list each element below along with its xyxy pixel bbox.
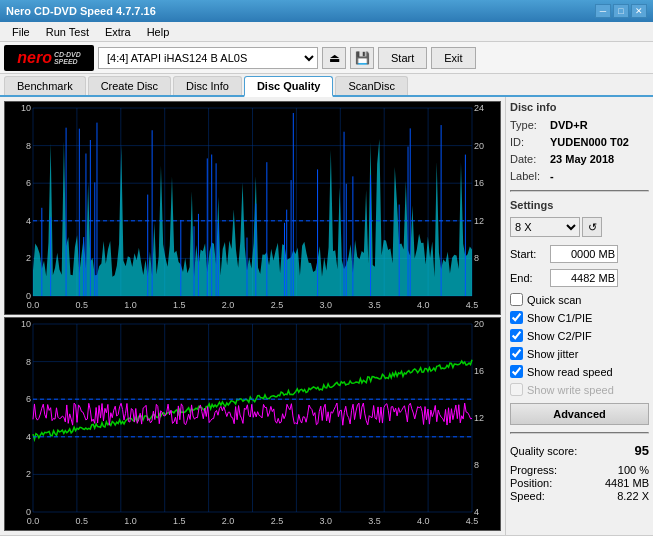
main-content: Disc info Type: DVD+R ID: YUDEN000 T02 D… <box>0 97 653 535</box>
disc-type-key: Type: <box>510 119 548 131</box>
pi-errors-chart <box>5 102 500 314</box>
show-c2pif-checkbox[interactable] <box>510 329 523 342</box>
show-jitter-label: Show jitter <box>527 348 578 360</box>
menu-extra[interactable]: Extra <box>97 24 139 40</box>
chart-bottom <box>4 317 501 531</box>
disc-id-key: ID: <box>510 136 548 148</box>
tab-benchmark[interactable]: Benchmark <box>4 76 86 95</box>
disc-date-value: 23 May 2018 <box>550 153 614 165</box>
tab-scan-disc[interactable]: ScanDisc <box>335 76 407 95</box>
show-jitter-row: Show jitter <box>510 347 649 360</box>
quick-scan-checkbox[interactable] <box>510 293 523 306</box>
quality-score-label: Quality score: <box>510 445 577 457</box>
start-button[interactable]: Start <box>378 47 427 69</box>
disc-type-row: Type: DVD+R <box>510 119 649 131</box>
quality-score-value: 95 <box>635 443 649 458</box>
show-jitter-checkbox[interactable] <box>510 347 523 360</box>
menu-file[interactable]: File <box>4 24 38 40</box>
show-read-speed-row: Show read speed <box>510 365 649 378</box>
disc-id-row: ID: YUDEN000 T02 <box>510 136 649 148</box>
maximize-button[interactable]: □ <box>613 4 629 18</box>
position-value: 4481 MB <box>605 477 649 489</box>
speed-value: 8.22 X <box>617 490 649 502</box>
nero-logo: nero CD·DVDSPEED <box>4 45 94 71</box>
jitter-chart <box>5 318 500 530</box>
show-c2pif-label: Show C2/PIF <box>527 330 592 342</box>
tab-bar: Benchmark Create Disc Disc Info Disc Qua… <box>0 74 653 97</box>
disc-date-key: Date: <box>510 153 548 165</box>
drive-select[interactable]: [4:4] ATAPI iHAS124 B AL0S <box>98 47 318 69</box>
title-bar: Nero CD-DVD Speed 4.7.7.16 ─ □ ✕ <box>0 0 653 22</box>
disc-label-key: Label: <box>510 170 548 182</box>
refresh-button[interactable]: ↺ <box>582 217 602 237</box>
menu-help[interactable]: Help <box>139 24 178 40</box>
quick-scan-row: Quick scan <box>510 293 649 306</box>
window-title: Nero CD-DVD Speed 4.7.7.16 <box>6 5 156 17</box>
show-read-speed-checkbox[interactable] <box>510 365 523 378</box>
disc-id-value: YUDEN000 T02 <box>550 136 629 148</box>
disc-info-section-label: Disc info <box>510 101 649 113</box>
start-mb-input[interactable] <box>550 245 618 263</box>
speed-row: 8 X ↺ <box>510 217 649 237</box>
start-mb-row: Start: <box>510 245 649 263</box>
show-c2pif-row: Show C2/PIF <box>510 329 649 342</box>
show-write-speed-label: Show write speed <box>527 384 614 396</box>
minimize-button[interactable]: ─ <box>595 4 611 18</box>
progress-label: Progress: <box>510 464 557 476</box>
speed-select[interactable]: 8 X <box>510 217 580 237</box>
menu-run-test[interactable]: Run Test <box>38 24 97 40</box>
end-mb-label: End: <box>510 272 546 284</box>
show-c1pie-label: Show C1/PIE <box>527 312 592 324</box>
disc-label-row: Label: - <box>510 170 649 182</box>
show-write-speed-checkbox <box>510 383 523 396</box>
disc-type-value: DVD+R <box>550 119 588 131</box>
progress-section: Progress: 100 % Position: 4481 MB Speed:… <box>510 464 649 503</box>
speed-label: Speed: <box>510 490 545 502</box>
charts-area <box>0 97 505 535</box>
disc-date-row: Date: 23 May 2018 <box>510 153 649 165</box>
show-c1pie-checkbox[interactable] <box>510 311 523 324</box>
advanced-button[interactable]: Advanced <box>510 403 649 425</box>
tab-disc-info[interactable]: Disc Info <box>173 76 242 95</box>
end-mb-row: End: <box>510 269 649 287</box>
show-read-speed-label: Show read speed <box>527 366 613 378</box>
progress-row: Progress: 100 % <box>510 464 649 476</box>
close-button[interactable]: ✕ <box>631 4 647 18</box>
show-write-speed-row: Show write speed <box>510 383 649 396</box>
settings-section-label: Settings <box>510 199 649 211</box>
position-label: Position: <box>510 477 552 489</box>
start-mb-label: Start: <box>510 248 546 260</box>
window-controls: ─ □ ✕ <box>595 4 647 18</box>
speed-row-progress: Speed: 8.22 X <box>510 490 649 502</box>
quick-scan-label: Quick scan <box>527 294 581 306</box>
position-row: Position: 4481 MB <box>510 477 649 489</box>
tab-disc-quality[interactable]: Disc Quality <box>244 76 334 97</box>
quality-score-row: Quality score: 95 <box>510 443 649 458</box>
chart-top <box>4 101 501 315</box>
tab-create-disc[interactable]: Create Disc <box>88 76 171 95</box>
eject-icon-button[interactable]: ⏏ <box>322 47 346 69</box>
progress-value: 100 % <box>618 464 649 476</box>
right-panel: Disc info Type: DVD+R ID: YUDEN000 T02 D… <box>505 97 653 535</box>
toolbar: nero CD·DVDSPEED [4:4] ATAPI iHAS124 B A… <box>0 42 653 74</box>
menu-bar: File Run Test Extra Help <box>0 22 653 42</box>
save-icon-button[interactable]: 💾 <box>350 47 374 69</box>
disc-label-value: - <box>550 170 554 182</box>
show-c1pie-row: Show C1/PIE <box>510 311 649 324</box>
exit-button[interactable]: Exit <box>431 47 475 69</box>
end-mb-input[interactable] <box>550 269 618 287</box>
